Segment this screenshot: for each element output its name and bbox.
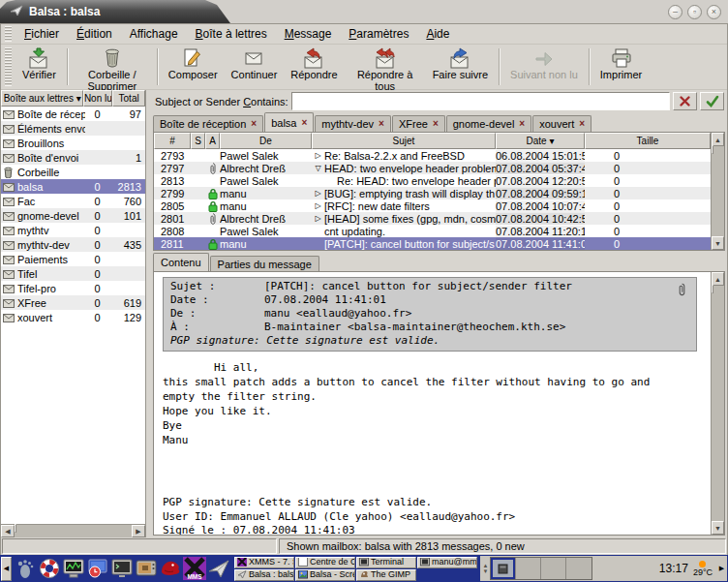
message-row-2808[interactable]: 2808Pawel Salekcnt updating.07.08.2004 1…: [154, 225, 711, 237]
launcher-terminal-icon[interactable]: [109, 557, 134, 581]
mailbox-row-corbeille[interactable]: Corbeille: [1, 165, 145, 179]
minimize-button[interactable]: –: [668, 5, 682, 19]
clear-filter-button[interactable]: [673, 92, 697, 110]
mailbox-row-xouvert[interactable]: xouvert0129: [1, 310, 145, 324]
apply-filter-button[interactable]: [700, 92, 724, 110]
mailbox-row-bo-te-de-r-ception[interactable]: Boîte de réception097: [1, 107, 145, 121]
menubar-drag-handle[interactable]: [5, 26, 12, 42]
window-list-pager-icon[interactable]: ▲▼: [481, 563, 490, 574]
mailbox-row-l-ments-envoy[interactable]: Éléments envoy: [1, 121, 145, 136]
thread-expander-icon[interactable]: ▷: [312, 214, 324, 223]
vscroll-thumb[interactable]: [712, 145, 713, 154]
scroll-down-icon[interactable]: ▼: [712, 521, 724, 535]
launcher-xmms-icon[interactable]: MMS: [182, 557, 206, 581]
taskbar-window-xmms-7-san[interactable]: XMMS - 7. San: [234, 557, 294, 568]
mailbox-column-total[interactable]: Total: [112, 90, 145, 107]
tab-close-icon[interactable]: ×: [519, 119, 525, 129]
workspace-1[interactable]: [491, 558, 516, 579]
tab-close-icon[interactable]: ×: [579, 119, 585, 129]
launcher-screenshot-clock-icon[interactable]: [85, 557, 109, 581]
attachment-paperclip-icon[interactable]: [678, 283, 686, 300]
taskbar-window-centre-de-conf[interactable]: Centre de Conf: [295, 557, 355, 568]
mailbox-tab-mythtv-dev[interactable]: mythtv-dev×: [315, 115, 391, 132]
mailbox-row-mythtv[interactable]: mythtv0: [1, 223, 145, 237]
r-pondre-button[interactable]: Répondre: [284, 46, 344, 88]
mailbox-tab-balsa[interactable]: balsa×: [264, 112, 314, 132]
tab-close-icon[interactable]: ×: [433, 119, 439, 129]
v-rifier-button[interactable]: Vérifier: [15, 46, 63, 88]
continuer-button[interactable]: Continuer: [225, 46, 285, 88]
thread-expander-icon[interactable]: ▷: [312, 189, 324, 198]
clock-applet[interactable]: 13:17 29°C: [654, 561, 717, 576]
maximize-button[interactable]: ▫: [687, 5, 702, 19]
vscroll-thumb[interactable]: [712, 285, 713, 293]
taskbar-window-balsa-balsa[interactable]: Balsa : balsa: [234, 569, 294, 581]
launcher-gnome-foot-icon[interactable]: [13, 557, 37, 581]
scroll-left-icon[interactable]: ◀: [1, 525, 15, 537]
mailbox-row-gnome-devel[interactable]: gnome-devel0101: [1, 208, 145, 223]
message-row-2793[interactable]: 2793Pawel Salek▷Re: Balsa-2.2.x and Free…: [154, 149, 711, 162]
menu-message[interactable]: Message: [276, 25, 341, 43]
workspace-4[interactable]: [566, 558, 592, 579]
mailbox-row-paiements[interactable]: Paiements0: [1, 252, 145, 266]
message-view-vscrollbar[interactable]: ▲ ▼: [711, 272, 724, 535]
message-row-2811[interactable]: 2811manu[PATCH]: cancel button for subje…: [154, 237, 711, 250]
column-header-s[interactable]: S: [191, 133, 205, 149]
corbeille-supprimer-button[interactable]: Corbeille / Supprimer: [72, 46, 153, 88]
panel-hide-right-icon[interactable]: ▶: [717, 557, 726, 580]
menu-aide[interactable]: Aide: [417, 25, 458, 43]
menu-bo-te-lettres[interactable]: Boîte à lettres: [187, 25, 276, 43]
message-list-vscrollbar[interactable]: ▲ ▼: [711, 133, 724, 250]
column-header-[interactable]: #: [154, 133, 191, 149]
mailbox-row-tifel[interactable]: Tifel0: [1, 266, 145, 281]
taskbar-window-terminal[interactable]: Terminal: [356, 557, 416, 568]
taskbar-window-balsa-screen[interactable]: Balsa - Screen: [295, 569, 355, 581]
panel-hide-left-icon[interactable]: ◀: [1, 557, 12, 581]
filter-input[interactable]: [291, 92, 670, 110]
workspace-3[interactable]: [541, 558, 566, 579]
faire-suivre-button[interactable]: Faire suivre: [426, 46, 495, 88]
tab-close-icon[interactable]: ×: [251, 119, 257, 129]
mailbox-row-fac[interactable]: Fac0760: [1, 194, 145, 208]
taskbar-window-manu-mmedi[interactable]: manu@mmedi: [417, 557, 477, 568]
mailbox-row-tifel-pro[interactable]: Tifel-pro0: [1, 281, 145, 295]
scroll-up-icon[interactable]: ▲: [712, 272, 724, 286]
toolbar-drag-handle[interactable]: [5, 47, 12, 86]
preview-tab-contenu[interactable]: Contenu: [153, 253, 209, 271]
mailbox-column-non-lu[interactable]: Non lu: [83, 90, 112, 107]
message-row-2801[interactable]: 2801Albrecht Dreß▷[HEAD] some fixes (gpg…: [154, 212, 711, 225]
message-row-2799[interactable]: 2799manu▷[BUG]: emptying trash will disp…: [154, 187, 711, 199]
mailbox-tab-xfree[interactable]: XFree×: [392, 115, 445, 132]
column-header-date[interactable]: Date ▾: [496, 133, 585, 149]
window-title-tab[interactable]: Balsa : balsa: [0, 0, 230, 23]
workspace-2[interactable]: [516, 558, 541, 579]
mailbox-tab-xouvert[interactable]: xouvert×: [532, 115, 592, 132]
menu-param-tres[interactable]: Paramètres: [340, 25, 417, 43]
mailbox-row-xfree[interactable]: XFree0619: [1, 295, 145, 310]
mailbox-row-balsa[interactable]: balsa02813: [1, 179, 145, 194]
suivant-non-lu-button[interactable]: Suivant non lu: [503, 46, 585, 88]
menu-affichage[interactable]: Affichage: [121, 25, 187, 43]
thread-expander-icon[interactable]: ▷: [312, 201, 324, 210]
column-header-de[interactable]: De: [220, 133, 312, 149]
taskbar-window-the-gimp[interactable]: The GIMP: [356, 569, 416, 581]
mailbox-row-mythtv-dev[interactable]: mythtv-dev0435: [1, 237, 145, 252]
thread-expander-icon[interactable]: ▷: [312, 151, 324, 160]
launcher-dragon-icon[interactable]: [158, 557, 182, 581]
message-row-2813[interactable]: 2813Pawel SalekRe: HEAD: two envelope he…: [154, 174, 711, 187]
launcher-help-lifesaver-icon[interactable]: [37, 557, 61, 581]
r-pondre-tous-button[interactable]: Répondre à tous: [345, 46, 426, 88]
mailbox-row-bo-te-d-envoi[interactable]: Boîte d'envoi1: [1, 150, 145, 165]
composer-button[interactable]: Composer: [162, 46, 225, 88]
column-header-a[interactable]: A: [205, 133, 220, 149]
message-row-2805[interactable]: 2805manu▷[RFC]: new date filters07.08.20…: [154, 199, 711, 212]
mailbox-tab-bo-te-de-r-ception[interactable]: Boîte de réception×: [153, 115, 263, 132]
column-header-taille[interactable]: Taille: [585, 133, 711, 149]
launcher-paper-plane-icon[interactable]: [206, 557, 230, 581]
launcher-video-tv-icon[interactable]: [134, 557, 158, 581]
scroll-up-icon[interactable]: ▲: [712, 133, 724, 146]
menu-fichier[interactable]: Fichier: [15, 25, 68, 43]
tab-close-icon[interactable]: ×: [379, 119, 384, 129]
mailbox-tab-gnome-devel[interactable]: gnome-devel×: [446, 115, 531, 132]
close-button[interactable]: ×: [707, 5, 721, 19]
